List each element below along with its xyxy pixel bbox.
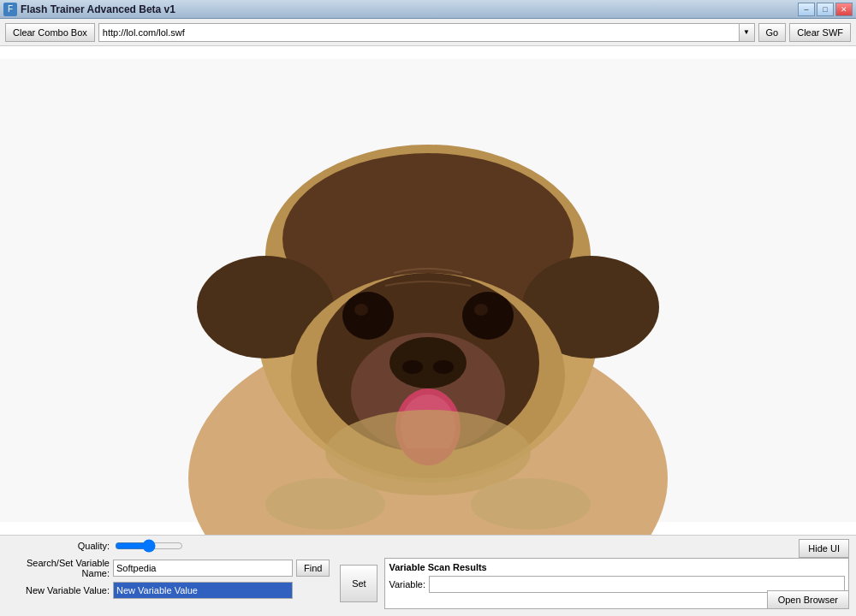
url-combobox[interactable]: ▼ (98, 23, 755, 42)
search-label: Search/Set Variable Name: (7, 558, 110, 578)
search-input[interactable] (113, 560, 293, 577)
quality-slider[interactable] (115, 539, 183, 553)
bottom-main: Search/Set Variable Name: Find New Varia… (7, 558, 849, 609)
clear-swf-button[interactable]: Clear SWF (789, 23, 851, 42)
pug-image (0, 46, 856, 535)
titlebar-left: F Flash Trainer Advanced Beta v1 (3, 3, 175, 16)
new-variable-input[interactable] (113, 582, 293, 599)
svg-point-10 (389, 337, 467, 388)
toolbar: Clear Combo Box ▼ Go Clear SWF (0, 19, 856, 46)
go-button[interactable]: Go (758, 23, 787, 42)
url-input[interactable] (99, 24, 739, 41)
left-controls: Search/Set Variable Name: Find New Varia… (7, 558, 330, 609)
maximize-button[interactable]: □ (817, 3, 834, 16)
close-button[interactable]: ✕ (835, 3, 853, 16)
app-title: Flash Trainer Advanced Beta v1 (21, 3, 175, 15)
titlebar-controls: – □ ✕ (798, 3, 853, 16)
find-button[interactable]: Find (296, 560, 330, 577)
svg-point-11 (402, 360, 423, 374)
variable-scan-title: Variable Scan Results (389, 562, 845, 572)
quality-label: Quality: (7, 541, 110, 551)
set-button-area: Set (340, 558, 377, 609)
svg-point-14 (462, 292, 514, 340)
quality-row: Quality: (7, 539, 849, 553)
set-button[interactable]: Set (340, 565, 377, 602)
new-variable-label: New Variable Value: (7, 585, 110, 595)
open-browser-button[interactable]: Open Browser (767, 590, 849, 609)
hide-ui-button[interactable]: Hide UI (799, 539, 849, 558)
url-dropdown-button[interactable]: ▼ (739, 24, 754, 41)
swf-display-area (0, 46, 856, 535)
svg-point-16 (474, 304, 488, 316)
svg-point-13 (342, 292, 394, 340)
app-icon: F (3, 3, 17, 16)
search-row: Search/Set Variable Name: Find (7, 558, 330, 578)
clear-combo-button[interactable]: Clear Combo Box (5, 23, 95, 42)
svg-point-20 (265, 478, 385, 530)
new-variable-row: New Variable Value: (7, 582, 330, 599)
bottom-panel: Quality: Hide UI Search/Set Variable Nam… (0, 535, 856, 616)
variable-label: Variable: (389, 579, 425, 589)
minimize-button[interactable]: – (798, 3, 815, 16)
svg-point-15 (354, 304, 368, 316)
svg-point-21 (471, 478, 591, 530)
svg-point-12 (433, 360, 454, 374)
titlebar: F Flash Trainer Advanced Beta v1 – □ ✕ (0, 0, 856, 19)
